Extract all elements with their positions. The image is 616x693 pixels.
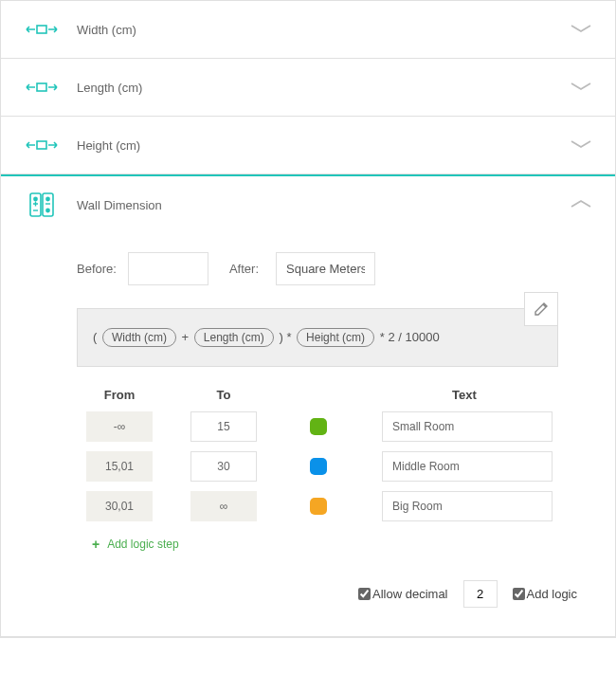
svg-rect-1 [37, 83, 46, 91]
header-to: To [181, 388, 266, 402]
add-logic-checkbox[interactable] [513, 588, 525, 600]
panel-title: Height (cm) [77, 138, 570, 153]
formula-token-height[interactable]: Height (cm) [297, 328, 374, 347]
to-input [190, 491, 257, 521]
add-step-label: Add logic step [107, 538, 178, 551]
width-icon [24, 18, 62, 41]
table-row [77, 411, 558, 442]
after-input[interactable] [276, 252, 375, 285]
length-icon [24, 76, 62, 99]
allow-decimal-checkbox[interactable] [358, 588, 371, 600]
calculation-icon [24, 193, 62, 216]
panel-width: Width (cm) [1, 1, 615, 59]
before-input[interactable] [128, 252, 208, 285]
panel-header-width[interactable]: Width (cm) [1, 1, 615, 58]
footer-options: Allow decimal Add logic [58, 580, 577, 608]
formula-text: ( [93, 330, 97, 344]
formula-text: ) * [279, 330, 291, 344]
height-icon [24, 134, 62, 156]
panel-height: Height (cm) [1, 117, 615, 174]
chevron-down-icon [570, 81, 592, 95]
panel-wall-dimension: Wall Dimension Before: After: ( Width (c… [1, 174, 615, 637]
chevron-down-icon [570, 23, 592, 37]
svg-rect-0 [37, 26, 46, 33]
before-after-row: Before: After: [77, 252, 577, 285]
add-logic-label: Add logic [527, 587, 577, 601]
panel-header-wall-dimension[interactable]: Wall Dimension [1, 176, 615, 233]
text-input[interactable] [382, 451, 553, 482]
panel-header-height[interactable]: Height (cm) [1, 117, 615, 173]
panel-title: Length (cm) [77, 81, 570, 95]
table-row [77, 451, 558, 482]
color-swatch[interactable] [310, 498, 327, 515]
panel-title: Wall Dimension [77, 198, 570, 212]
svg-point-7 [46, 209, 49, 211]
formula-token-width[interactable]: Width (cm) [102, 328, 176, 347]
svg-point-6 [46, 197, 49, 200]
panel-header-length[interactable]: Length (cm) [1, 59, 615, 116]
header-color [285, 388, 352, 402]
chevron-up-icon [570, 198, 592, 212]
formula-text: + [182, 330, 190, 344]
from-input [86, 411, 153, 442]
svg-rect-2 [37, 141, 46, 149]
edit-formula-button[interactable] [524, 292, 558, 326]
panel-title: Width (cm) [77, 23, 570, 37]
table-row [77, 491, 558, 521]
header-from: From [77, 388, 162, 402]
text-input[interactable] [382, 491, 553, 521]
panels-container: Width (cm) Length (cm) Height (cm) [0, 0, 616, 638]
panel-length: Length (cm) [1, 59, 615, 117]
add-logic-step-button[interactable]: + Add logic step [92, 537, 558, 552]
to-input[interactable] [190, 451, 257, 482]
from-input [86, 491, 153, 521]
decimal-places-input[interactable] [463, 580, 498, 608]
text-input[interactable] [382, 411, 553, 442]
color-swatch[interactable] [310, 418, 327, 435]
from-input [86, 451, 153, 482]
allow-decimal-label: Allow decimal [372, 587, 447, 601]
logic-table: From To Text + Add logic step [77, 388, 558, 552]
plus-icon: + [92, 537, 100, 552]
allow-decimal-option[interactable]: Allow decimal [358, 587, 447, 601]
before-label: Before: [77, 262, 117, 276]
panel-body: Before: After: ( Width (cm) + Length (cm… [1, 233, 615, 636]
svg-point-5 [34, 197, 37, 200]
formula-text: * 2 / 10000 [380, 330, 440, 344]
header-text: Text [371, 388, 558, 402]
chevron-down-icon [570, 138, 592, 153]
add-logic-option[interactable]: Add logic [513, 587, 577, 601]
after-label: After: [229, 262, 259, 276]
table-header: From To Text [77, 388, 558, 402]
formula-token-length[interactable]: Length (cm) [194, 328, 274, 347]
color-swatch[interactable] [310, 458, 327, 475]
to-input[interactable] [190, 411, 257, 442]
formula-box: ( Width (cm) + Length (cm) ) * Height (c… [77, 308, 558, 367]
